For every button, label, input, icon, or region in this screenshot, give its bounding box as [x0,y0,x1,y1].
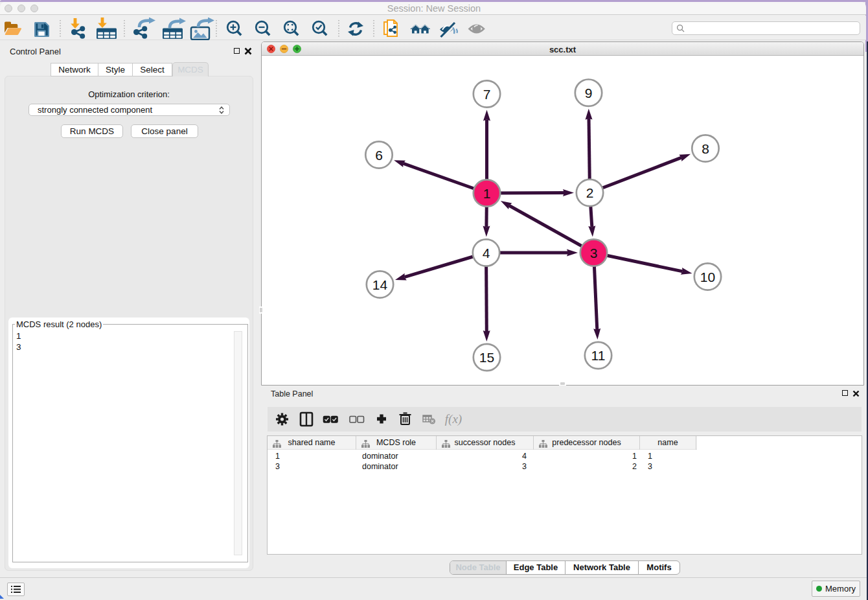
svg-text:8: 8 [702,141,709,156]
svg-text:10: 10 [700,270,715,284]
svg-text:4: 4 [483,246,490,260]
svg-text:14: 14 [372,277,388,292]
svg-text:f(x): f(x) [445,412,462,426]
svg-text:15: 15 [479,350,494,365]
svg-text:3: 3 [590,246,598,260]
svg-text:7: 7 [483,87,491,102]
svg-text:11: 11 [591,348,606,363]
svg-text:9: 9 [585,86,593,100]
svg-text:2: 2 [586,185,594,200]
svg-text:6: 6 [375,148,383,163]
svg-text:1: 1 [483,186,491,201]
